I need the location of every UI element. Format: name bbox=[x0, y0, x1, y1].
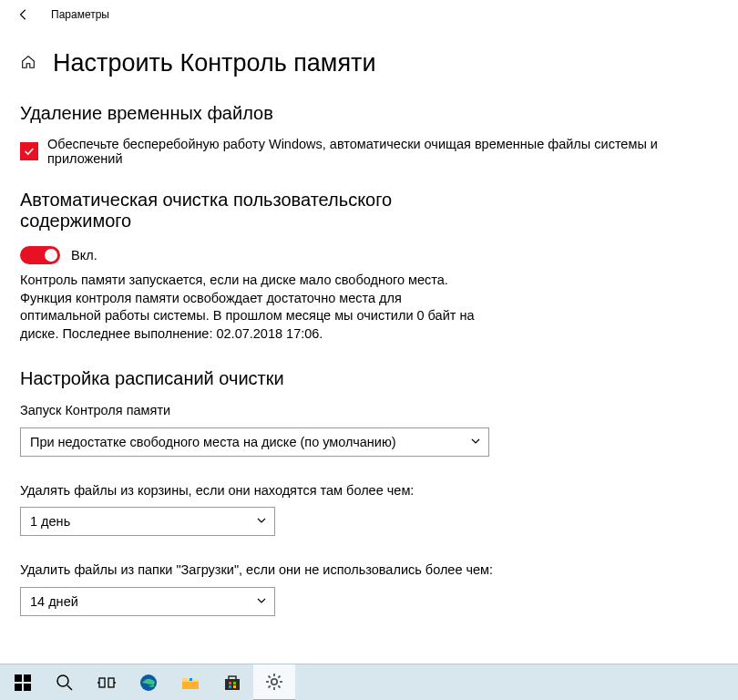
downloads-label: Удалить файлы из папки "Загрузки", если … bbox=[20, 561, 512, 580]
store-button[interactable] bbox=[211, 664, 253, 701]
home-icon[interactable] bbox=[20, 54, 36, 74]
svg-line-24 bbox=[278, 685, 280, 687]
edge-icon bbox=[138, 673, 159, 693]
recycle-bin-label: Удалять файлы из корзины, если они наход… bbox=[20, 482, 512, 500]
titlebar-label: Параметры bbox=[40, 8, 109, 21]
recycle-bin-value: 1 день bbox=[30, 514, 70, 529]
svg-line-26 bbox=[278, 675, 280, 677]
section-temp-title: Удаление временных файлов bbox=[20, 103, 718, 124]
section-auto-title: Автоматическая очистка пользовательского… bbox=[20, 190, 494, 232]
content-area: Удаление временных файлов Обеспечьте бес… bbox=[0, 77, 738, 616]
svg-rect-15 bbox=[233, 682, 236, 685]
page-header: Настроить Контроль памяти bbox=[0, 49, 738, 77]
svg-rect-2 bbox=[15, 684, 22, 691]
svg-rect-6 bbox=[99, 678, 105, 687]
chevron-down-icon bbox=[256, 594, 267, 609]
svg-point-4 bbox=[57, 675, 68, 686]
run-storage-sense-dropdown[interactable]: При недостатке свободного места на диске… bbox=[20, 427, 489, 457]
downloads-dropdown[interactable]: 14 дней bbox=[20, 587, 275, 616]
titlebar: Параметры bbox=[0, 0, 738, 29]
gear-icon bbox=[264, 672, 284, 692]
page-title: Настроить Контроль памяти bbox=[53, 49, 375, 77]
run-storage-sense-label: Запуск Контроля памяти bbox=[20, 402, 512, 420]
taskbar bbox=[0, 664, 738, 700]
svg-rect-13 bbox=[225, 679, 240, 690]
start-button[interactable] bbox=[2, 664, 44, 701]
auto-cleanup-toggle-label: Вкл. bbox=[71, 248, 97, 262]
svg-rect-0 bbox=[15, 674, 22, 682]
chevron-down-icon bbox=[256, 514, 267, 529]
checkmark-icon bbox=[23, 145, 36, 158]
temp-files-checkbox-row: Обеспечьте бесперебойную работу Windows,… bbox=[20, 137, 718, 166]
svg-line-5 bbox=[67, 685, 72, 690]
svg-rect-11 bbox=[182, 682, 199, 689]
svg-rect-17 bbox=[233, 685, 236, 688]
downloads-value: 14 дней bbox=[30, 594, 78, 609]
arrow-left-icon bbox=[17, 8, 30, 21]
svg-rect-7 bbox=[108, 678, 114, 687]
section-schedule-title: Настройка расписаний очистки bbox=[20, 368, 718, 389]
svg-line-23 bbox=[269, 675, 271, 677]
windows-icon bbox=[13, 673, 33, 693]
folder-icon bbox=[180, 673, 200, 693]
svg-line-25 bbox=[269, 685, 271, 687]
search-button[interactable] bbox=[44, 664, 86, 701]
recycle-bin-dropdown[interactable]: 1 день bbox=[20, 507, 275, 536]
task-view-button[interactable] bbox=[86, 664, 128, 701]
edge-button[interactable] bbox=[128, 664, 169, 701]
run-storage-sense-value: При недостатке свободного места на диске… bbox=[30, 435, 396, 449]
svg-point-18 bbox=[272, 678, 277, 684]
settings-button[interactable] bbox=[253, 664, 295, 701]
svg-rect-12 bbox=[190, 678, 192, 681]
explorer-button[interactable] bbox=[169, 664, 211, 701]
back-button[interactable] bbox=[7, 0, 40, 29]
temp-files-checkbox[interactable] bbox=[20, 142, 38, 160]
auto-cleanup-description: Контроль памяти запускается, если на дис… bbox=[20, 272, 485, 343]
svg-rect-16 bbox=[229, 685, 231, 688]
temp-files-checkbox-label: Обеспечьте бесперебойную работу Windows,… bbox=[47, 137, 718, 166]
auto-cleanup-toggle[interactable] bbox=[20, 246, 60, 264]
svg-rect-3 bbox=[24, 684, 31, 691]
search-icon bbox=[55, 673, 75, 693]
auto-cleanup-toggle-row: Вкл. bbox=[20, 246, 718, 264]
store-icon bbox=[222, 673, 242, 693]
svg-rect-1 bbox=[24, 674, 31, 682]
chevron-down-icon bbox=[470, 435, 481, 449]
task-view-icon bbox=[97, 673, 117, 693]
svg-rect-14 bbox=[229, 682, 231, 685]
